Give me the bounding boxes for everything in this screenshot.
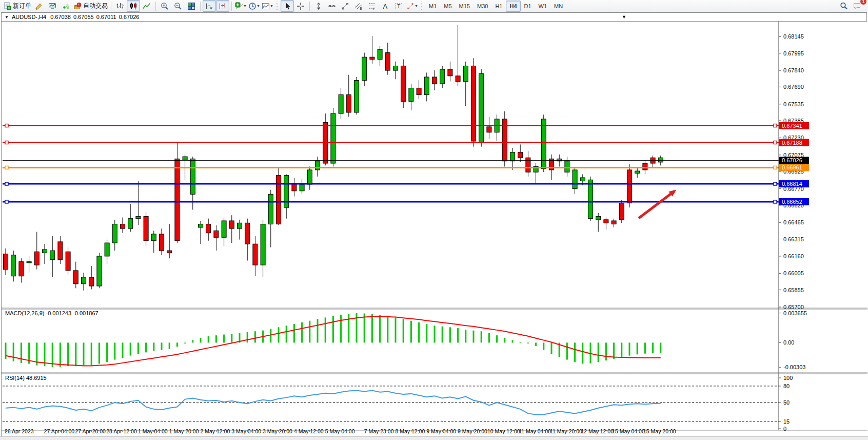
line-handle[interactable]	[774, 141, 777, 144]
toolbar-line-chart-button[interactable]	[140, 0, 153, 12]
time-axis-label: 2 May 12:00	[201, 428, 230, 434]
line-handle[interactable]	[774, 124, 777, 127]
clock-icon	[248, 2, 257, 10]
tiles-icon	[187, 2, 195, 10]
toolbar-arrows-button[interactable]: ▾	[405, 0, 419, 12]
toolbar-candlestick-chart-button[interactable]	[127, 0, 140, 12]
candle-body	[121, 224, 125, 228]
timeframe-M30-button[interactable]: M30	[474, 1, 491, 12]
time-axis-label: 15 May 04:00	[612, 428, 645, 434]
zoomout-icon	[174, 2, 182, 10]
toolbar-zoom-out-button[interactable]	[171, 0, 185, 12]
toolbar-chat-button[interactable]: 1	[851, 0, 864, 12]
candle-body	[50, 251, 55, 259]
toolbar-separator	[231, 2, 232, 11]
trend-icon	[341, 2, 349, 10]
candle-body	[448, 69, 452, 76]
toolbar-auto-trading-button[interactable]: 自动交易	[72, 0, 109, 12]
magnifier-icon	[840, 2, 848, 10]
candle-body	[417, 88, 421, 95]
price-label-text: 0.67341	[782, 123, 802, 129]
zoomin-icon	[161, 2, 169, 10]
candle-body	[4, 254, 8, 270]
signal-icon	[62, 2, 70, 10]
time-axis-label: 11 May 20:00	[550, 428, 582, 434]
line-handle[interactable]	[5, 182, 8, 185]
time-axis[interactable]: 26 Apr 202327 Apr 04:0027 Apr 20:0028 Ap…	[5, 428, 676, 434]
quote-close: 0.67026	[119, 14, 140, 20]
toolbar-crosshair-button[interactable]	[294, 0, 307, 12]
line-handle[interactable]	[774, 200, 777, 203]
periods-dropdown-icon[interactable]: ▾	[257, 4, 259, 8]
toolbar-bar-chart-button[interactable]	[113, 0, 127, 12]
candle-body	[261, 224, 265, 265]
price-tick-label: 0.67840	[783, 67, 804, 73]
toolbar-separator	[155, 2, 156, 11]
line-handle[interactable]	[774, 182, 777, 185]
chart-shift-marker-icon[interactable]: ▼	[622, 14, 626, 20]
candle-body	[541, 119, 546, 169]
toolbar-auto-scroll-button[interactable]	[203, 0, 216, 12]
toolbar-text-button[interactable]: A	[379, 0, 392, 12]
toolbar-new-order-button[interactable]: 新订单	[2, 0, 32, 12]
candle-body	[284, 176, 289, 207]
candle-body	[43, 250, 47, 253]
toolbar-equidistant-channel-button[interactable]: E	[352, 0, 365, 12]
candle-body	[128, 219, 133, 228]
arrows-dropdown-icon[interactable]: ▾	[415, 4, 417, 8]
toolbar-horizontal-line-button[interactable]	[325, 0, 339, 12]
timeframe-M1-button[interactable]: M1	[425, 1, 440, 12]
candle-body	[105, 243, 109, 256]
line-handle[interactable]	[5, 200, 8, 203]
fibo-icon: F	[368, 2, 376, 10]
price-tick-label: 0.66005	[783, 270, 804, 276]
timeframe-W1-button[interactable]: W1	[535, 1, 551, 12]
toolbar-zoom-in-button[interactable]	[158, 0, 171, 12]
chart-menu-icon[interactable]: ▼	[5, 15, 9, 20]
timeframe-M5-button[interactable]: M5	[440, 1, 455, 12]
toolbar-vertical-line-button[interactable]	[312, 0, 325, 12]
candle-body	[144, 216, 148, 240]
toolbar-indicators-button[interactable]: ▾	[234, 0, 247, 12]
toolbar-fibonacci-button[interactable]: F	[365, 0, 379, 12]
indicators-dropdown-icon[interactable]: ▾	[244, 4, 246, 8]
candle-body	[214, 231, 219, 237]
macd-axis-label: 0.003655	[783, 310, 807, 316]
toolbar-trendline-button[interactable]	[339, 0, 352, 12]
toolbar-tile-windows-button[interactable]	[185, 0, 198, 12]
toolbar-charts-button[interactable]	[46, 0, 59, 12]
toolbar-templates-button[interactable]: ▾	[261, 0, 274, 12]
time-axis-label: 11 May 04:00	[519, 428, 551, 434]
toolbar-signals-button[interactable]	[59, 0, 72, 12]
candle-body	[167, 251, 172, 253]
price-chart[interactable]: 0.683000.681450.679950.678400.676900.675…	[2, 22, 867, 436]
timeframe-D1-button[interactable]: D1	[521, 1, 535, 12]
timeframe-MN-button[interactable]: MN	[550, 1, 566, 12]
price-tick-label: 0.68300	[783, 22, 804, 23]
line-handle[interactable]	[5, 141, 8, 144]
auto-trading-label: 自动交易	[83, 2, 108, 10]
symbol-period-label: AUDUSD-,H4	[12, 14, 46, 20]
timeframe-M15-button[interactable]: M15	[456, 1, 474, 12]
toolbar-periods-button[interactable]: ▾	[247, 0, 261, 12]
time-axis-label: 9 May 04:00	[426, 428, 456, 434]
timeframe-H4-button[interactable]: H4	[506, 1, 520, 12]
time-axis-label: 3 May 04:00	[231, 428, 261, 434]
candle-body	[307, 170, 312, 184]
price-label-text: 0.66652	[782, 199, 802, 205]
toolbar-cursor-button[interactable]	[281, 0, 294, 12]
candle-body	[238, 223, 242, 228]
linechart-icon	[143, 2, 151, 10]
candle-body	[440, 69, 445, 84]
line-handle[interactable]	[5, 166, 8, 169]
candle-body	[518, 152, 523, 158]
candle-body	[89, 277, 94, 286]
toolbar-styles-button[interactable]	[32, 0, 46, 12]
line-handle[interactable]	[5, 124, 8, 127]
templates-dropdown-icon[interactable]: ▾	[270, 4, 272, 8]
line-handle[interactable]	[774, 166, 777, 169]
timeframe-H1-button[interactable]: H1	[491, 1, 506, 12]
toolbar-text-label-button[interactable]: T	[392, 0, 405, 12]
toolbar-chart-shift-button[interactable]	[216, 0, 229, 12]
toolbar-search-button[interactable]	[837, 0, 851, 12]
